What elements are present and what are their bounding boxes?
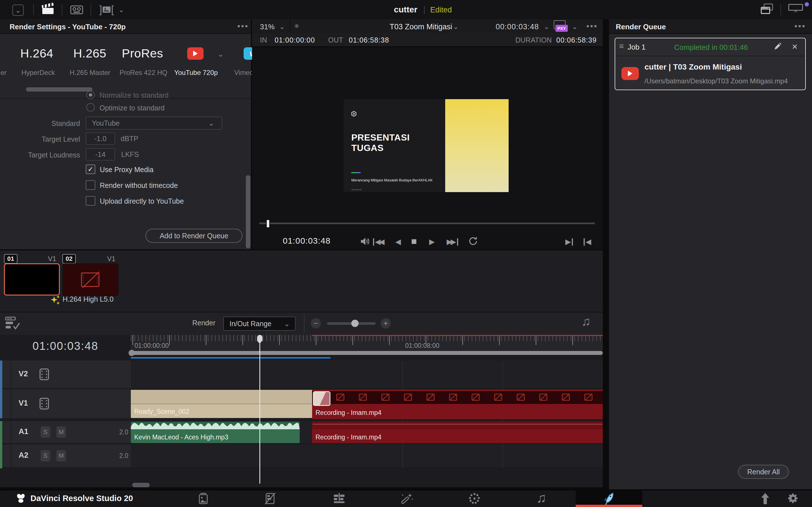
preset-h264[interactable]: H.264 — [20, 47, 53, 60]
render-queue-list-icon[interactable] — [5, 317, 21, 330]
use-proxy-checkbox[interactable]: ✓ — [86, 165, 95, 174]
preset-scrollbar[interactable] — [26, 87, 93, 92]
deliver-page-icon[interactable] — [603, 491, 617, 506]
youtube-icon[interactable] — [187, 47, 204, 60]
job2-index-badge[interactable]: 02 — [62, 254, 76, 264]
job1-thumbnail[interactable] — [4, 263, 60, 295]
panel-menu-icon[interactable]: ••• — [238, 22, 249, 31]
gain-a2[interactable]: 2.0 — [107, 452, 128, 460]
playhead-pin[interactable] — [257, 335, 262, 341]
viewer-timeline-name[interactable]: T03 Zoom Mitigasi — [390, 22, 452, 31]
mute-button-a1[interactable]: M — [56, 427, 66, 438]
timelines-icon[interactable] — [760, 3, 774, 16]
divider — [615, 56, 804, 56]
zoom-in-button[interactable]: + — [380, 318, 391, 328]
viewer-menu-icon[interactable]: ••• — [587, 22, 598, 31]
render-all-button[interactable]: Render All — [738, 465, 789, 479]
viewer-scrubber-track[interactable] — [259, 223, 595, 224]
preset-vimeo-label[interactable]: Vimeo — [234, 69, 253, 76]
preset-youtube720-label[interactable]: YouTube 720p — [174, 69, 218, 76]
unrendered-range-bar — [312, 335, 603, 336]
track-label-v1: V1 — [18, 399, 28, 407]
add-to-render-queue-button[interactable]: Add to Render Queue — [146, 229, 243, 243]
preset-prores[interactable]: ProRes — [122, 47, 163, 60]
cut-page-icon[interactable] — [263, 492, 277, 505]
slide-title-line1: PRESENTASI — [351, 132, 410, 143]
preset-prores422-label[interactable]: ProRes 422 HQ — [119, 69, 167, 76]
speed-editor-icon[interactable]: ⌄ — [12, 4, 24, 16]
clip-recording-audio[interactable]: Recording - Imam.mp4 — [312, 421, 603, 443]
viewer-zoom-level[interactable]: 31% — [260, 22, 274, 31]
preset-h265[interactable]: H.265 — [73, 47, 106, 60]
clip-ready-scene[interactable]: Ready_Scene_002 — [131, 390, 312, 418]
job2-thumbnail[interactable] — [62, 263, 119, 296]
zoom-slider-thumb[interactable] — [351, 320, 359, 327]
standard-dropdown[interactable]: YouTube ⌄ — [86, 117, 222, 129]
chevron-down-icon[interactable]: ⌄ — [453, 23, 459, 30]
solo-button-a1[interactable]: S — [41, 427, 50, 438]
in-value[interactable]: 01:00:00:00 — [274, 36, 315, 44]
jog-bar[interactable] — [131, 351, 603, 355]
radio-optimize[interactable] — [86, 103, 95, 112]
timeline-hscrollbar[interactable] — [132, 483, 150, 487]
upload-youtube-label: Upload directly to YouTube — [100, 197, 184, 205]
fusion-page-icon[interactable] — [400, 492, 413, 505]
zoom-out-button[interactable]: − — [311, 318, 321, 328]
media-storage-icon[interactable] — [70, 4, 84, 15]
chevron-down-icon[interactable]: ⌄ — [544, 23, 550, 30]
close-job-icon[interactable]: ✕ — [792, 43, 798, 51]
chevron-down-icon[interactable]: ⌄ — [279, 23, 285, 30]
project-manager-icon[interactable] — [42, 3, 55, 16]
play-reverse-button[interactable]: ◀ — [395, 237, 401, 246]
out-value[interactable]: 01:06:58:38 — [349, 36, 389, 44]
edit-job-icon[interactable] — [774, 42, 782, 51]
chevron-down-icon[interactable]: ⌄ — [218, 51, 223, 58]
radio-normalize[interactable] — [86, 91, 95, 99]
jog-handle[interactable] — [129, 350, 135, 356]
proxy-icon[interactable]: PXY — [553, 20, 568, 32]
audio-track-icon[interactable]: ♫ — [581, 314, 591, 328]
upload-youtube-checkbox[interactable] — [86, 196, 95, 206]
stop-button[interactable]: ■ — [411, 236, 417, 247]
chevron-down-icon[interactable]: ⌄ — [118, 6, 124, 13]
go-to-first-frame-button[interactable]: ◀◀ — [373, 237, 385, 246]
volume-icon[interactable] — [360, 237, 370, 246]
chevron-down-icon[interactable]: ⌄ — [572, 23, 578, 30]
play-button[interactable]: ▶ — [429, 237, 435, 246]
render-without-timecode-checkbox[interactable] — [86, 180, 95, 190]
playhead-line[interactable] — [259, 335, 260, 484]
dual-screen-icon[interactable]: ⌃ — [788, 4, 803, 16]
render-job-card[interactable]: ≡ Job 1 Completed in 00:01:46 ✕ cutter |… — [615, 38, 806, 90]
edit-page-icon[interactable] — [333, 492, 346, 505]
target-loudness-input[interactable]: -14 — [86, 148, 115, 161]
preset-hyperdeck-label[interactable]: HyperDeck — [21, 69, 55, 76]
viewer-clip-timecode[interactable]: 00:00:03:48 — [496, 22, 539, 31]
gain-a1[interactable]: 2.0 — [107, 429, 128, 436]
color-page-icon[interactable] — [468, 492, 481, 505]
settings-gear-icon[interactable] — [786, 492, 800, 505]
settings-scrollbar[interactable] — [246, 175, 250, 248]
loop-button[interactable] — [468, 236, 479, 246]
project-home-icon[interactable] — [759, 492, 771, 505]
media-page-icon[interactable] — [197, 492, 209, 505]
job1-index-badge[interactable]: 01 — [4, 254, 17, 264]
go-to-in-point-button[interactable]: ◀ — [583, 237, 591, 246]
chevron-down-icon: ⌄ — [208, 120, 214, 127]
fairlight-page-icon[interactable]: ♫ — [536, 490, 546, 506]
track-content-v2[interactable] — [131, 360, 603, 388]
queue-menu-icon[interactable]: ••• — [795, 22, 806, 31]
preset-h265master-label[interactable]: H.265 Master — [70, 69, 110, 76]
clip-music[interactable]: Kevin MacLeod - Aces High.mp3 — [131, 421, 300, 443]
viewer-scrubber-handle[interactable] — [266, 219, 270, 228]
target-level-input[interactable]: -1.0 — [86, 132, 115, 145]
go-to-last-frame-button[interactable]: ▶▶ — [447, 237, 458, 246]
drag-handle-icon[interactable]: ≡ — [619, 42, 624, 51]
mute-button-a2[interactable]: M — [56, 450, 66, 461]
clip-recording-video[interactable]: Recording - Imam.mp4 — [312, 390, 603, 419]
solo-button-a2[interactable]: S — [41, 450, 50, 461]
render-range-dropdown[interactable]: In/Out Range ⌄ — [223, 317, 296, 331]
go-to-out-point-button[interactable]: ▶ — [565, 237, 573, 246]
track-content-a2[interactable] — [131, 445, 603, 467]
timeline-scroll-indicator[interactable] — [131, 357, 331, 358]
media-pool-toggle-icon[interactable]: ] [ — [96, 3, 117, 16]
